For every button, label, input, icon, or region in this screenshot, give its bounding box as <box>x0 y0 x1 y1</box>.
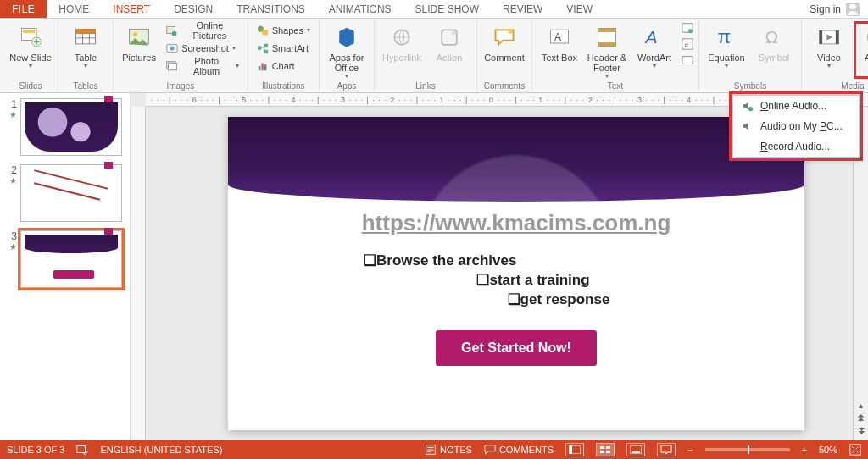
tab-review[interactable]: REVIEW <box>491 0 554 18</box>
fit-to-window-button[interactable] <box>849 444 861 456</box>
group-label-text: Text <box>608 81 623 91</box>
sign-in[interactable]: Sign in <box>801 0 868 18</box>
audio-dropdown: Online Audio... Audio on My PC... Record… <box>732 95 860 158</box>
group-apps: Apps for Office ▾ Apps <box>320 20 375 92</box>
zoom-out-button[interactable]: − <box>687 445 693 455</box>
ribbon-insert: New Slide ▾ Slides Table ▾ Tables <box>0 19 868 93</box>
thumb-slide-2[interactable] <box>20 164 122 222</box>
chevron-down-icon: ▾ <box>345 73 348 80</box>
svg-rect-52 <box>661 445 671 452</box>
thumb-number-1: 1★ <box>5 98 17 156</box>
wordart-button[interactable]: A WordArt ▾ <box>632 22 676 78</box>
slide-bullet-2: ❑start a training <box>228 271 804 289</box>
video-button[interactable]: Video ▾ <box>807 22 851 78</box>
status-spellcheck[interactable] <box>76 444 88 456</box>
group-label-images: Images <box>166 81 194 91</box>
online-pictures-button[interactable]: Online Pictures <box>163 22 242 39</box>
view-normal-button[interactable] <box>565 443 584 456</box>
shapes-icon <box>257 25 269 36</box>
comment-button[interactable]: Comment <box>482 22 526 78</box>
zoom-slider[interactable] <box>705 448 790 451</box>
spellcheck-icon <box>76 444 88 456</box>
audio-icon <box>865 25 868 49</box>
action-button[interactable]: Action <box>427 22 471 78</box>
slide-thumbnails: 1★ 2★ 3★ <box>0 93 131 440</box>
thumb-slide-3[interactable] <box>20 230 122 288</box>
zoom-level[interactable]: 50% <box>819 445 837 455</box>
view-sorter-button[interactable] <box>596 443 615 456</box>
sign-in-label: Sign in <box>810 3 841 15</box>
apps-for-office-button[interactable]: Apps for Office ▾ <box>325 22 369 78</box>
view-reading-button[interactable] <box>626 443 645 456</box>
tab-home[interactable]: HOME <box>47 0 101 18</box>
chart-button[interactable]: Chart <box>253 58 314 75</box>
tab-slideshow[interactable]: SLIDE SHOW <box>403 0 491 18</box>
prev-slide-icon[interactable]: ⯭ <box>857 413 865 423</box>
pictures-button[interactable]: Pictures <box>119 22 159 78</box>
svg-rect-14 <box>262 30 268 35</box>
hyperlink-button[interactable]: Hyperlink <box>380 22 424 78</box>
smartart-icon <box>257 42 269 54</box>
thumb-slide-1[interactable] <box>20 98 122 156</box>
text-box-icon: A <box>548 25 571 49</box>
shapes-button[interactable]: Shapes▾ <box>253 22 314 39</box>
file-tab[interactable]: FILE <box>0 0 47 18</box>
svg-rect-20 <box>264 64 266 70</box>
text-box-button[interactable]: A Text Box <box>537 22 581 78</box>
notes-icon <box>425 444 437 456</box>
table-button[interactable]: Table ▾ <box>64 22 108 78</box>
equation-button[interactable]: π Equation ▾ <box>704 22 748 78</box>
svg-point-24 <box>508 29 512 33</box>
header-footer-icon <box>595 25 619 49</box>
tab-insert[interactable]: INSERT <box>101 0 162 18</box>
audio-record-item[interactable]: Record Audio... <box>733 136 859 157</box>
svg-rect-49 <box>606 451 610 453</box>
svg-rect-39 <box>820 30 823 44</box>
smartart-button[interactable]: SmartArt <box>253 40 314 57</box>
next-slide-icon[interactable]: ⯯ <box>857 426 865 435</box>
audio-online-item[interactable]: Online Audio... <box>733 96 859 116</box>
header-footer-button[interactable]: Header & Footer ▾ <box>585 22 629 78</box>
audio-button[interactable]: Audio ▾ <box>854 22 868 78</box>
svg-rect-12 <box>169 64 177 70</box>
table-icon <box>74 25 97 49</box>
audio-on-pc-item[interactable]: Audio on My PC... <box>733 116 859 136</box>
svg-rect-29 <box>598 42 615 46</box>
group-illustrations: Shapes▾ SmartArt Chart Illustrations <box>248 20 320 92</box>
zoom-in-button[interactable]: + <box>802 445 807 455</box>
group-label-symbols: Symbols <box>734 81 766 91</box>
svg-rect-17 <box>264 50 267 53</box>
group-label-links: Links <box>415 81 435 91</box>
slide-bullet-3: ❑get response <box>228 290 804 308</box>
scroll-up-icon[interactable]: ▴ <box>859 401 863 410</box>
tab-animations[interactable]: ANIMATIONS <box>317 0 403 18</box>
date-time-icon[interactable] <box>682 22 693 34</box>
status-comments[interactable]: COMMENTS <box>484 444 554 456</box>
svg-rect-46 <box>600 446 604 449</box>
chevron-down-icon: ▾ <box>84 63 87 70</box>
slide-bullet-1: ❑Browse the archives <box>228 252 804 269</box>
object-icon[interactable] <box>682 54 693 66</box>
svg-rect-15 <box>258 46 261 49</box>
photo-album-button[interactable]: Photo Album▾ <box>163 58 242 75</box>
tab-view[interactable]: VIEW <box>554 0 604 18</box>
symbol-button[interactable]: Ω Symbol <box>752 22 796 78</box>
group-label-slides: Slides <box>19 81 42 91</box>
tab-transitions[interactable]: TRANSITIONS <box>225 0 317 18</box>
slide-cta-button[interactable]: Get Started Now! <box>436 330 597 366</box>
new-slide-button[interactable]: New Slide ▾ <box>8 22 53 78</box>
slide-number-icon[interactable]: # <box>682 38 693 50</box>
slide-url[interactable]: https://www.kmacims.com.ng <box>228 210 804 236</box>
status-language[interactable]: ENGLISH (UNITED STATES) <box>100 445 222 455</box>
svg-rect-45 <box>569 445 572 454</box>
screenshot-button[interactable]: Screenshot▾ <box>163 40 242 57</box>
current-slide[interactable]: Visit: https://www.kmacims.com.ng ❑Brows… <box>228 117 804 430</box>
wordart-icon: A <box>643 25 666 49</box>
slide-bullets[interactable]: ❑Browse the archives ❑start a training ❑… <box>228 252 804 308</box>
action-icon <box>437 25 461 49</box>
status-notes[interactable]: NOTES <box>425 444 472 456</box>
user-avatar-icon <box>846 3 860 16</box>
group-images: Pictures Online Pictures Screenshot▾ Pho… <box>114 20 248 92</box>
tab-design[interactable]: DESIGN <box>162 0 225 18</box>
view-slideshow-button[interactable] <box>657 443 676 456</box>
